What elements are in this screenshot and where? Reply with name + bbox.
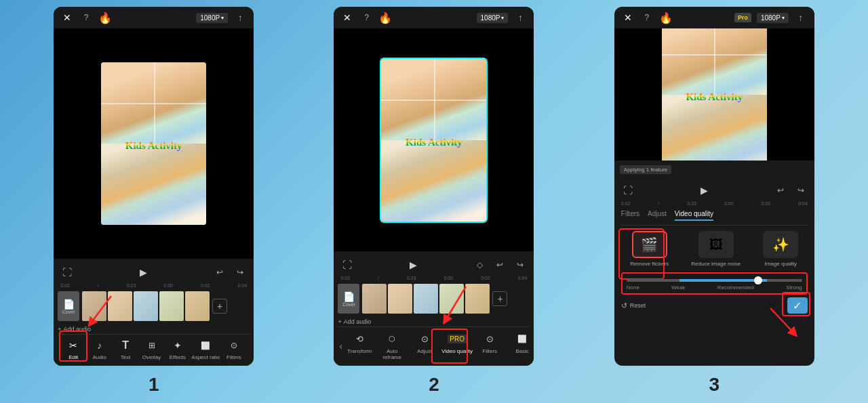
autoreframe-tool-2[interactable]: ⬡ Auto reframe <box>376 331 408 360</box>
effects-tool-1[interactable]: ✦ Effects <box>165 339 190 360</box>
add-clip-btn-1[interactable]: + <box>212 299 227 314</box>
time-sep-2: / <box>378 276 379 280</box>
toolbar-scrollable-2: ⟲ Transform ⬡ Auto reframe ⊙ Adjust <box>344 331 530 360</box>
undo-icon-3[interactable]: ↩ <box>774 184 787 197</box>
add-clip-btn-2[interactable]: + <box>492 291 507 306</box>
confirm-button-3[interactable]: ✓ <box>787 297 808 314</box>
edit-tool-1[interactable]: ✂ Edit <box>61 339 85 360</box>
child-figure2-2 <box>381 140 486 221</box>
close-icon-2[interactable]: ✕ <box>340 11 354 24</box>
slider-highlight-3: None Weak Recommended Strong <box>621 272 808 295</box>
reset-label-3: Reset <box>630 302 646 309</box>
autoreframe-icon-2: ⬡ <box>384 331 399 346</box>
cover-label-1: Cover <box>62 310 75 314</box>
text-tool-1[interactable]: T Text <box>113 339 138 360</box>
redo-icon-1[interactable]: ↪ <box>233 266 247 279</box>
strip-thumb-2-1 <box>362 284 387 314</box>
help-icon-1[interactable]: ? <box>79 11 93 24</box>
thumb-top-1 <box>101 62 206 144</box>
play-button-3[interactable]: ▶ <box>696 182 712 198</box>
filters-tool-2[interactable]: ⊙ Filters <box>474 331 505 360</box>
play-button-1[interactable]: ▶ <box>136 264 152 280</box>
dropdown-arrow-1: ▾ <box>221 15 224 21</box>
videoquality-tool-2[interactable]: PRO Video quality <box>441 331 473 360</box>
scissors-icon-1: ✂ <box>66 339 80 352</box>
overlay-tool-1[interactable]: ⊞ Overlay <box>140 339 164 360</box>
redo-icon-2[interactable]: ↪ <box>513 258 527 272</box>
slider-labels-3: None Weak Recommended Strong <box>627 284 802 291</box>
time-m2-2: 0:02 <box>481 276 490 280</box>
time-m2-3: 0:02 <box>762 201 771 206</box>
quality-badge-1[interactable]: 1080P ▾ <box>196 13 228 23</box>
video-title-1: Kids Activity <box>101 140 206 152</box>
overlay-label-1: Overlay <box>142 354 161 360</box>
fullscreen-icon-1[interactable]: ⛶ <box>60 266 74 279</box>
aspect-tool-1[interactable]: ⬜ Aspect ratio <box>191 339 220 360</box>
filters-tool-1[interactable]: ⊙ Filters <box>222 339 246 360</box>
tab-filters-3[interactable]: Filters <box>621 210 639 221</box>
slider-thumb-3[interactable] <box>754 276 762 284</box>
strip-thumb-1-1 <box>82 291 106 321</box>
quality-badge-2[interactable]: 1080P ▾ <box>477 13 509 23</box>
audio-icon-1: ♪ <box>93 339 106 352</box>
add-audio-label-1: Add audio <box>63 326 91 333</box>
step-1-phone: ✕ ? 🔥 1080P ▾ ↑ <box>54 7 254 366</box>
applying-badge: Applying 1 feature <box>620 165 672 174</box>
video-canvas-2: Kids Activity <box>334 28 534 251</box>
tab-filters-label-3: Filters <box>621 210 639 217</box>
play-button-2[interactable]: ▶ <box>406 257 422 273</box>
upload-icon-3[interactable]: ↑ <box>794 11 808 24</box>
quality-label-3: 1080P <box>761 14 781 22</box>
time-separator-1: / <box>98 283 99 288</box>
flicker-label-3: Remove flickers <box>630 261 669 267</box>
time-current-2: 0:02 <box>340 276 350 280</box>
video-strip-1 <box>82 291 210 321</box>
transform-icon-2: ⟲ <box>352 331 367 346</box>
quality-opt-flicker-3[interactable]: 🎬 Remove flickers <box>630 231 669 267</box>
adjust-tool-2[interactable]: ⊙ Adjust <box>409 331 440 360</box>
cover-block-1[interactable]: 📄 Cover <box>58 291 79 321</box>
close-icon-1[interactable]: ✕ <box>60 11 74 24</box>
help-icon-2[interactable]: ? <box>359 11 373 24</box>
toolbar-back-2[interactable]: ‹ <box>338 341 344 352</box>
upload-icon-2[interactable]: ↑ <box>513 11 527 24</box>
time-m1-3: 0:00 <box>724 201 734 206</box>
quality-badge-3[interactable]: 1080P ▾ <box>757 13 789 23</box>
upload-icon-1[interactable]: ↑ <box>233 11 247 24</box>
fullscreen-icon-2[interactable]: ⛶ <box>340 258 354 272</box>
video-strip-2 <box>362 284 490 314</box>
noise-label-3: Reduce image noise <box>691 261 741 267</box>
flame-icon-2: 🔥 <box>378 12 392 24</box>
playback-controls-2: ⛶ ▶ ◇ ↩ ↪ <box>338 254 530 276</box>
audio-label-1: Audio <box>93 354 106 360</box>
diamond-icon-2[interactable]: ◇ <box>473 258 486 272</box>
tab-adjust-3[interactable]: Adjust <box>648 210 667 221</box>
add-audio-btn-1[interactable]: + Add audio <box>58 324 250 334</box>
effects-label-1: Effects <box>170 354 186 360</box>
filters-icon-1: ⊙ <box>227 339 241 352</box>
videoquality-label-2: Video quality <box>441 348 473 354</box>
header-right-1: 1080P ▾ ↑ <box>196 11 247 24</box>
close-icon-3[interactable]: ✕ <box>621 11 635 24</box>
help-icon-3[interactable]: ? <box>640 11 654 24</box>
basic-tool-2[interactable]: ⬜ Basic <box>507 331 530 360</box>
time-m1-2: 0:00 <box>444 276 454 280</box>
aspect-icon-1: ⬜ <box>199 339 212 352</box>
timeline-times-1: 0:02 / 0:23 0:00 0:02 0:04 <box>58 283 250 288</box>
quality-opt-noise-3[interactable]: 🖼 Reduce image noise <box>691 231 741 267</box>
video-thumbnail-3: Kids Activity <box>662 28 767 161</box>
transform-tool-2[interactable]: ⟲ Transform <box>344 331 375 360</box>
redo-icon-3[interactable]: ↪ <box>794 184 808 197</box>
tab-videoquality-3[interactable]: Video quality <box>675 210 713 221</box>
reset-button-3[interactable]: ↺ Reset <box>621 301 646 310</box>
audio-tool-1[interactable]: ♪ Audio <box>87 339 112 360</box>
slider-track-3[interactable] <box>627 279 802 282</box>
fullscreen-icon-3[interactable]: ⛶ <box>621 184 635 197</box>
undo-icon-2[interactable]: ↩ <box>493 258 507 272</box>
step-1-container: ✕ ? 🔥 1080P ▾ ↑ <box>14 7 294 396</box>
cover-block-2[interactable]: 📄 Cover <box>338 284 359 314</box>
add-audio-btn-2[interactable]: + Add audio <box>338 317 530 326</box>
undo-icon-1[interactable]: ↩ <box>213 266 226 279</box>
quality-opt-imgquality-3[interactable]: ✨ Image quality <box>763 231 798 267</box>
quality-label-2: 1080P <box>481 14 500 22</box>
